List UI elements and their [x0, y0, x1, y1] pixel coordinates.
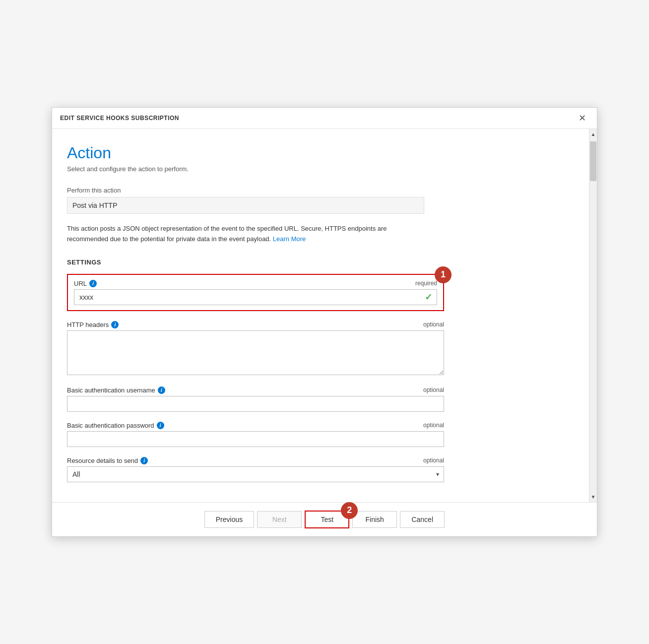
auth-password-info-icon[interactable]: i [157, 422, 164, 429]
url-info-icon[interactable]: i [89, 280, 97, 287]
description-body: This action posts a JSON object represen… [67, 225, 387, 243]
previous-button[interactable]: Previous [204, 511, 254, 528]
url-required-badge: required [415, 280, 437, 287]
resource-details-label: Resource details to send i [67, 457, 148, 464]
auth-username-group: Basic authentication username i optional [67, 386, 444, 412]
page-heading: Action [67, 144, 569, 162]
url-input[interactable] [74, 289, 437, 305]
scrollbar-up-button[interactable]: ▲ [589, 129, 597, 139]
resource-details-select-wrapper: All Minimal None ▾ [67, 466, 444, 482]
auth-username-label: Basic authentication username i [67, 386, 165, 394]
dialog-titlebar: EDIT SERVICE HOOKS SUBSCRIPTION ✕ [52, 108, 597, 129]
http-headers-info-icon[interactable]: i [111, 321, 119, 328]
scrollbar-thumb-area [589, 139, 597, 492]
auth-username-input[interactable] [67, 396, 444, 412]
dialog-title: EDIT SERVICE HOOKS SUBSCRIPTION [60, 115, 179, 122]
auth-username-label-text: Basic authentication username [67, 386, 155, 394]
dialog: EDIT SERVICE HOOKS SUBSCRIPTION ✕ Action… [52, 107, 597, 537]
url-input-wrapper: ✓ [74, 289, 437, 305]
scrollbar-thumb[interactable] [590, 141, 596, 181]
http-headers-input[interactable] [67, 330, 444, 375]
perform-action-group: Perform this action Post via HTTP [67, 187, 444, 214]
auth-password-row: Basic authentication password i optional [67, 422, 444, 429]
http-headers-row: HTTP headers i optional [67, 321, 444, 328]
auth-password-group: Basic authentication password i optional [67, 422, 444, 447]
auth-password-input[interactable] [67, 431, 444, 447]
auth-username-badge: optional [423, 386, 444, 393]
url-check-icon: ✓ [425, 292, 432, 303]
url-field-group: URL i required ✓ 1 [67, 274, 444, 311]
url-field-row: URL i required [74, 280, 437, 287]
dialog-footer: Previous Next Test 2 Finish Cancel [52, 502, 597, 536]
resource-details-group: Resource details to send i optional All … [67, 457, 444, 482]
resource-details-info-icon[interactable]: i [140, 457, 148, 464]
auth-password-label: Basic authentication password i [67, 422, 164, 429]
resource-details-badge: optional [423, 457, 444, 464]
action-value: Post via HTTP [67, 197, 424, 214]
cancel-button[interactable]: Cancel [400, 511, 445, 528]
auth-username-info-icon[interactable]: i [158, 386, 165, 394]
resource-details-row: Resource details to send i optional [67, 457, 444, 464]
auth-username-row: Basic authentication username i optional [67, 386, 444, 394]
settings-heading: SETTINGS [67, 258, 569, 266]
dialog-content: Action Select and configure the action t… [52, 129, 589, 502]
scrollbar[interactable]: ▲ ▼ [589, 129, 597, 502]
http-headers-label: HTTP headers i [67, 321, 119, 328]
resource-details-label-text: Resource details to send [67, 457, 138, 464]
resource-details-select[interactable]: All Minimal None [67, 466, 444, 482]
test-button-wrapper: Test 2 [305, 511, 349, 528]
close-button[interactable]: ✕ [576, 113, 589, 124]
perform-action-label: Perform this action [67, 187, 444, 194]
auth-password-label-text: Basic authentication password [67, 422, 154, 429]
badge-1: 1 [435, 266, 452, 283]
http-headers-label-text: HTTP headers [67, 321, 109, 328]
page-subtitle: Select and configure the action to perfo… [67, 165, 569, 173]
learn-more-link[interactable]: Learn More [273, 235, 306, 243]
next-button[interactable]: Next [257, 511, 302, 528]
badge-2: 2 [341, 502, 358, 519]
http-headers-badge: optional [423, 321, 444, 328]
auth-password-badge: optional [423, 422, 444, 429]
scrollbar-down-button[interactable]: ▼ [589, 492, 597, 502]
description-text: This action posts a JSON object represen… [67, 224, 424, 245]
http-headers-group: HTTP headers i optional [67, 321, 444, 377]
url-label-text: URL [74, 280, 87, 287]
dialog-body-wrapper: Action Select and configure the action t… [52, 129, 597, 502]
finish-button[interactable]: Finish [352, 511, 397, 528]
url-label: URL i [74, 280, 97, 287]
